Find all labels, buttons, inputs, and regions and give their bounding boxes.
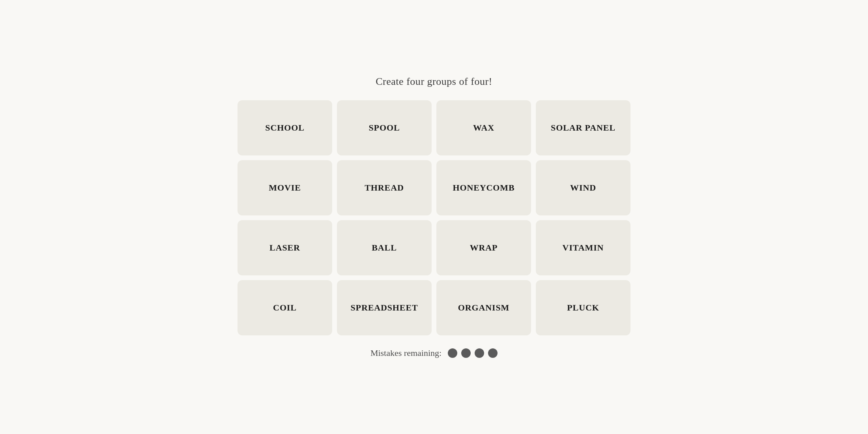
game-container: Create four groups of four! SCHOOLSPOOLW…	[237, 76, 631, 358]
tile-label-coil: COIL	[273, 303, 297, 313]
tile-label-spool: SPOOL	[369, 123, 400, 133]
mistake-dot-3	[475, 348, 484, 358]
mistakes-label: Mistakes remaining:	[370, 348, 441, 358]
tile-wind[interactable]: WIND	[536, 160, 630, 215]
tile-label-school: SCHOOL	[265, 123, 304, 133]
tile-spool[interactable]: SPOOL	[337, 100, 432, 155]
tile-label-ball: BALL	[372, 243, 397, 253]
tile-school[interactable]: SCHOOL	[238, 100, 332, 155]
subtitle: Create four groups of four!	[376, 76, 492, 88]
tile-pluck[interactable]: PLUCK	[536, 280, 630, 335]
tile-label-laser: LASER	[269, 243, 300, 253]
tile-label-honeycomb: HONEYCOMB	[453, 183, 514, 193]
tile-label-solar-panel: SOLAR PANEL	[551, 123, 615, 133]
tile-organism[interactable]: ORGANISM	[436, 280, 531, 335]
mistake-dot-2	[461, 348, 471, 358]
tile-label-thread: THREAD	[365, 183, 404, 193]
tile-honeycomb[interactable]: HONEYCOMB	[436, 160, 531, 215]
tile-solar-panel[interactable]: SOLAR PANEL	[536, 100, 630, 155]
tile-spreadsheet[interactable]: SPREADSHEET	[337, 280, 432, 335]
tile-label-pluck: PLUCK	[567, 303, 599, 313]
tile-laser[interactable]: LASER	[238, 220, 332, 275]
tile-wrap[interactable]: WRAP	[436, 220, 531, 275]
tile-label-organism: ORGANISM	[458, 303, 510, 313]
tile-label-spreadsheet: SPREADSHEET	[350, 303, 418, 313]
tile-label-wrap: WRAP	[470, 243, 498, 253]
word-grid: SCHOOLSPOOLWAXSOLAR PANELMOVIETHREADHONE…	[238, 100, 630, 335]
tile-wax[interactable]: WAX	[436, 100, 531, 155]
tile-vitamin[interactable]: VITAMIN	[536, 220, 630, 275]
tile-label-wax: WAX	[473, 123, 494, 133]
mistake-dot-1	[448, 348, 457, 358]
tile-coil[interactable]: COIL	[238, 280, 332, 335]
tile-label-vitamin: VITAMIN	[563, 243, 604, 253]
tile-label-movie: MOVIE	[269, 183, 301, 193]
dots-container	[448, 348, 498, 358]
tile-movie[interactable]: MOVIE	[238, 160, 332, 215]
tile-label-wind: WIND	[570, 183, 596, 193]
tile-ball[interactable]: BALL	[337, 220, 432, 275]
mistake-dot-4	[488, 348, 498, 358]
tile-thread[interactable]: THREAD	[337, 160, 432, 215]
mistakes-row: Mistakes remaining:	[370, 348, 498, 358]
